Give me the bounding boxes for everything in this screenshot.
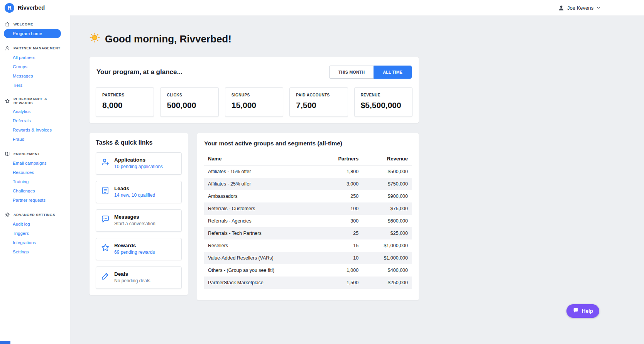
cell-revenue: $250,000 bbox=[362, 277, 412, 289]
nav-section-label: PARTNER MANAGEMENT bbox=[14, 46, 61, 50]
sidebar-item-tiers[interactable]: Tiers bbox=[0, 81, 70, 90]
stat-value: 15,000 bbox=[232, 101, 277, 110]
task-subtitle: 14 new, 10 qualified bbox=[114, 192, 155, 198]
stat-label: REVENUE bbox=[361, 93, 406, 97]
sidebar-item-settings[interactable]: Settings bbox=[0, 247, 70, 256]
tasks-card: Tasks & quick links Applications 10 pend… bbox=[90, 133, 188, 295]
cell-partners: 15 bbox=[319, 239, 363, 252]
task-messages[interactable]: Messages Start a conversation bbox=[96, 209, 182, 232]
bottom-left-strip bbox=[0, 341, 10, 344]
stat-label: SIGNUPS bbox=[232, 93, 277, 97]
nav-section-header: WELCOME bbox=[0, 19, 70, 29]
tasks-title: Tasks & quick links bbox=[96, 139, 182, 146]
cell-name: PartnerStack Marketplace bbox=[204, 277, 319, 289]
all-time-button[interactable]: ALL TIME bbox=[374, 66, 412, 79]
help-chat-icon bbox=[573, 307, 579, 315]
table-row[interactable]: Referrals - Customers 100 $75,000 bbox=[204, 202, 412, 215]
column-header-partners: Partners bbox=[319, 152, 363, 165]
task-deals[interactable]: Deals No pending deals bbox=[96, 266, 182, 289]
task-applications[interactable]: Applications 10 pending applications bbox=[96, 152, 182, 175]
task-subtitle: No pending deals bbox=[114, 278, 150, 283]
sidebar-item-groups[interactable]: Groups bbox=[0, 62, 70, 71]
cell-name: Others - (Group as you see fit!) bbox=[204, 264, 319, 277]
sidebar-item-messages[interactable]: Messages bbox=[0, 71, 70, 81]
stat-label: PAID ACCOUNTS bbox=[296, 93, 341, 97]
sidebar-item-all-partners[interactable]: All partners bbox=[0, 53, 70, 62]
task-subtitle: Start a conversation bbox=[114, 221, 156, 226]
cell-name: Referrals - Agencies bbox=[204, 215, 319, 227]
sidebar-item-training[interactable]: Training bbox=[0, 177, 70, 186]
sidebar-item-referrals[interactable]: Referrals bbox=[0, 116, 70, 125]
table-row[interactable]: Affiliates - 25% offer 3,000 $750,000 bbox=[204, 178, 412, 190]
chevron-down-icon bbox=[596, 5, 601, 10]
stat-value: $5,500,000 bbox=[361, 101, 406, 110]
sidebar-item-email-campaigns[interactable]: Email campaigns bbox=[0, 159, 70, 168]
stat-label: PARTNERS bbox=[102, 93, 147, 97]
stat-card-signups: SIGNUPS 15,000 bbox=[225, 87, 283, 117]
cell-partners: 300 bbox=[319, 215, 363, 227]
person-add-icon bbox=[101, 157, 110, 167]
help-button[interactable]: Help bbox=[566, 304, 599, 318]
sidebar-item-program-home[interactable]: Program home bbox=[4, 29, 61, 38]
sidebar-item-analytics[interactable]: Analytics bbox=[0, 107, 70, 116]
sidebar-item-fraud[interactable]: Fraud bbox=[0, 135, 70, 144]
sun-icon bbox=[90, 32, 100, 46]
document-icon bbox=[101, 186, 110, 195]
table-row[interactable]: Ambassadors 250 $900,000 bbox=[204, 190, 412, 202]
star-icon bbox=[5, 98, 10, 104]
table-row[interactable]: Resellers 15 $1,000,000 bbox=[204, 239, 412, 252]
table-row[interactable]: Others - (Group as you see fit!) 1,000 $… bbox=[204, 264, 412, 277]
nav-section-performance-rewards: PERFORMANCE & REWARDS Analytics Referral… bbox=[0, 95, 70, 144]
stat-card-paid-accounts: PAID ACCOUNTS 7,500 bbox=[289, 87, 348, 117]
cell-revenue: $1,000,000 bbox=[362, 239, 412, 252]
user-menu[interactable]: Joe Kevens bbox=[558, 5, 601, 11]
cell-revenue: $600,000 bbox=[362, 215, 412, 227]
sidebar-item-challenges[interactable]: Challenges bbox=[0, 186, 70, 196]
task-subtitle: 69 pending rewards bbox=[114, 250, 155, 255]
nav-section-label: ENABLEMENT bbox=[14, 152, 40, 156]
nav-section-label: PERFORMANCE & REWARDS bbox=[14, 97, 66, 105]
table-row[interactable]: Referrals - Tech Partners 25 $25,000 bbox=[204, 227, 412, 239]
sidebar-item-resources[interactable]: Resources bbox=[0, 168, 70, 177]
cell-name: Affiliates - 15% offer bbox=[204, 165, 319, 178]
this-month-button[interactable]: THIS MONTH bbox=[329, 66, 374, 79]
cell-name: Referrals - Customers bbox=[204, 202, 319, 215]
brand-logo[interactable]: R bbox=[5, 3, 14, 13]
nav-section-partner-management: PARTNER MANAGEMENT All partners Groups M… bbox=[0, 43, 70, 90]
main-content: Good morning, Rivverbed! Your program, a… bbox=[70, 15, 644, 344]
sidebar-item-rewards-invoices[interactable]: Rewards & invoices bbox=[0, 125, 70, 135]
person-icon bbox=[5, 46, 10, 51]
stat-value: 500,000 bbox=[167, 101, 212, 110]
cell-name: Referrals - Tech Partners bbox=[204, 227, 319, 239]
sidebar-item-audit-log[interactable]: Audit log bbox=[0, 219, 70, 229]
nav-section-welcome: WELCOME Program home bbox=[0, 19, 70, 38]
task-leads[interactable]: Leads 14 new, 10 qualified bbox=[96, 181, 182, 203]
cell-partners: 10 bbox=[319, 252, 363, 264]
table-row[interactable]: Referrals - Agencies 300 $600,000 bbox=[204, 215, 412, 227]
cell-name: Value-Added Resellers (VARs) bbox=[204, 252, 319, 264]
sidebar: WELCOME Program home PARTNER MANAGEMENT … bbox=[0, 15, 70, 344]
task-rewards[interactable]: Rewards 69 pending rewards bbox=[96, 238, 182, 260]
nav-section-header: ENABLEMENT bbox=[0, 149, 70, 159]
cell-revenue: $75,000 bbox=[362, 202, 412, 215]
table-row[interactable]: PartnerStack Marketplace 1,500 $250,000 bbox=[204, 277, 412, 289]
cell-partners: 3,000 bbox=[319, 178, 363, 190]
table-row[interactable]: Affiliates - 15% offer 1,800 $500,000 bbox=[204, 165, 412, 178]
home-icon bbox=[5, 22, 10, 27]
sidebar-item-integrations[interactable]: Integrations bbox=[0, 238, 70, 247]
cell-revenue: $900,000 bbox=[362, 190, 412, 202]
gear-icon bbox=[5, 212, 10, 218]
nav-section-header: ADVANCED SETTINGS bbox=[0, 210, 70, 219]
cell-partners: 1,800 bbox=[319, 165, 363, 178]
stat-value: 7,500 bbox=[296, 101, 341, 110]
topbar: R Rivverbed Joe Kevens bbox=[0, 0, 644, 15]
sidebar-item-partner-requests[interactable]: Partner requests bbox=[0, 196, 70, 205]
table-row[interactable]: Value-Added Resellers (VARs) 10 $1,000,0… bbox=[204, 252, 412, 264]
brand-name: Rivverbed bbox=[18, 5, 45, 11]
groups-table: Name Partners Revenue Affiliates - 15% o… bbox=[204, 152, 412, 289]
task-title: Messages bbox=[114, 214, 156, 220]
stat-card-revenue: REVENUE $5,500,000 bbox=[354, 87, 412, 117]
page-title: Good morning, Rivverbed! bbox=[90, 32, 644, 46]
sidebar-item-triggers[interactable]: Triggers bbox=[0, 229, 70, 238]
column-header-revenue: Revenue bbox=[362, 152, 412, 165]
